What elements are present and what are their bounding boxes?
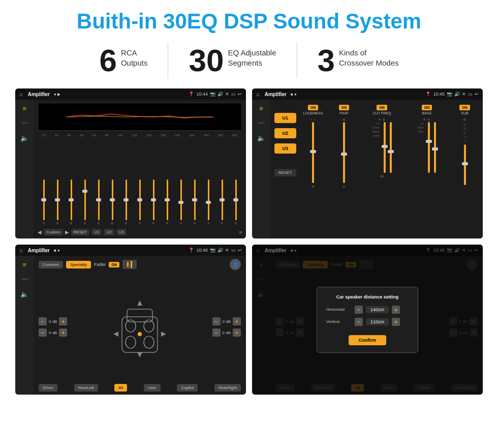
xo-u3-btn[interactable]: U3 <box>274 143 296 154</box>
fader-db-row-2: − 0 dB + <box>39 328 67 337</box>
car-svg <box>109 291 170 363</box>
fader-time: 10:46 <box>196 248 208 253</box>
eq-filter-icon[interactable]: ≡ <box>22 105 26 112</box>
fader-db2-minus[interactable]: − <box>39 328 47 337</box>
eq-speaker-icon[interactable]: 🔈 <box>20 134 28 142</box>
eq-slider-3: 0 <box>65 180 77 225</box>
xo-cutfreq-sublabels: F G <box>379 118 385 121</box>
fader-rearright-btn[interactable]: RearRight <box>214 384 241 392</box>
camera-icon: 📷 <box>210 92 215 97</box>
dialog-vertical-minus[interactable]: − <box>355 318 363 326</box>
fader-db1-minus[interactable]: − <box>39 317 47 325</box>
dialog-vertical-row: Vertical − 110cm + <box>326 318 409 326</box>
fader-db4-minus[interactable]: − <box>212 328 221 337</box>
xo-loudness-labels: ~ ~ <box>310 118 316 121</box>
xo-filter-icon[interactable]: ≡ <box>259 105 263 112</box>
fader-app-title: Amplifier <box>28 248 50 253</box>
fader-db4-value: 0 dB <box>223 331 231 335</box>
xo-sub-label: SUB <box>461 111 468 115</box>
page-title: Buith-in 30EQ DSP Sound System <box>15 9 483 34</box>
eq-u1-btn[interactable]: U1 <box>91 229 102 235</box>
xo-bass-thumb1[interactable] <box>426 140 432 143</box>
xo-sub-thumb[interactable] <box>462 162 468 165</box>
svg-marker-14 <box>113 332 118 337</box>
stat-rca: 6 RCAOutputs <box>79 45 168 76</box>
dialog-horizontal-plus[interactable]: + <box>392 306 400 314</box>
xo-cutfreq-on[interactable]: ON <box>377 105 387 110</box>
fader-on-btn[interactable]: ON <box>109 262 119 267</box>
xo-sub-on[interactable]: ON <box>459 105 470 110</box>
fader-camera-icon: 📷 <box>210 248 215 253</box>
svg-marker-12 <box>137 301 142 306</box>
eq-expand-arrow[interactable]: » <box>239 229 242 235</box>
xo-minimize-icon: ▭ <box>468 92 473 97</box>
fader-specialty-tab[interactable]: Specialty <box>66 261 90 268</box>
dialog-vertical-plus[interactable]: + <box>392 318 400 326</box>
fader-db3-plus[interactable]: + <box>233 317 241 325</box>
fader-minimize-icon: ▭ <box>231 248 236 253</box>
xo-u1-btn[interactable]: U1 <box>274 113 296 123</box>
eq-u3-btn[interactable]: U3 <box>116 229 127 235</box>
fader-all-btn[interactable]: All <box>114 384 127 392</box>
xo-loudness-on[interactable]: ON <box>308 105 319 110</box>
xo-cutfreq-thumb1[interactable] <box>382 145 388 148</box>
stats-row: 6 RCAOutputs 30 EQ AdjustableSegments 3 … <box>15 43 483 78</box>
fader-home-icon: ⌂ <box>19 247 23 253</box>
xo-phat-on[interactable]: ON <box>339 105 350 110</box>
eq-u2-btn[interactable]: U2 <box>104 229 114 235</box>
xo-speaker-icon[interactable]: 🔈 <box>257 134 265 142</box>
confirm-button[interactable]: Confirm <box>349 335 387 345</box>
fader-db2-plus[interactable]: + <box>59 328 67 337</box>
fader-db-row-1: − 0 dB + <box>39 317 67 325</box>
fader-top-row: Common Specialty Fader ON 👤 <box>39 259 241 270</box>
eq-next-arrow[interactable]: ▶ <box>65 229 69 235</box>
fader-speaker-icon[interactable]: 🔈 <box>20 290 28 298</box>
xo-main-content: U1 U2 U3 RESET ON LOUDNESS ~ ~ <box>270 100 483 238</box>
fader-db3-value: 0 dB <box>223 319 231 324</box>
xo-status-right: 📍 10:45 📷 🔊 ✕ ▭ ↩ <box>425 92 479 97</box>
eq-preset-custom: Custom <box>44 229 63 235</box>
fader-rearleft-btn[interactable]: RearLeft <box>74 384 98 392</box>
fader-db1-plus[interactable]: + <box>59 317 67 325</box>
avatar-icon[interactable]: 👤 <box>230 259 241 270</box>
xo-loudness-track <box>312 122 314 183</box>
xo-reset-btn[interactable]: RESET <box>274 169 296 176</box>
fader-copilot-btn[interactable]: Copilot <box>177 384 198 392</box>
crossover-screen: ⌂ Amplifier ■ ● 📍 10:45 📷 🔊 ✕ ▭ ↩ ≡ 〰 🔈 <box>252 88 483 238</box>
dialog-horizontal-minus[interactable]: − <box>355 306 363 314</box>
xo-u2-btn[interactable]: U2 <box>274 128 296 138</box>
eq-slider-13: -1 <box>202 180 214 225</box>
xo-cutfreq-tracks: 3.0 100Hz 80kHz 60Hz <box>372 122 391 173</box>
xo-bass-thumb2[interactable] <box>432 147 438 151</box>
eq-graph-svg <box>38 103 241 130</box>
xo-phat-thumb[interactable] <box>341 153 347 156</box>
xo-cutfreq-thumb2[interactable] <box>388 150 394 153</box>
fader-volume-icon: 🔊 <box>217 248 223 253</box>
fader-wave-icon[interactable]: 〰 <box>21 276 28 283</box>
eq-slider-8: 0 <box>134 180 146 225</box>
eq-wave-icon[interactable]: 〰 <box>21 120 28 127</box>
fader-filter-icon[interactable]: ≡ <box>22 261 26 268</box>
fader-db4-plus[interactable]: + <box>233 328 241 337</box>
xo-loudness-thumb[interactable] <box>310 150 316 153</box>
eq-slider-12: 0 <box>189 180 201 225</box>
dialog-vertical-label: Vertical <box>326 319 352 324</box>
fader-common-tab[interactable]: Common <box>39 261 63 268</box>
fader-db2-value: 0 dB <box>49 331 57 335</box>
xo-side-icons: ≡ 〰 🔈 <box>252 100 270 238</box>
fader-slider-mini <box>122 260 137 269</box>
fader-driver-btn[interactable]: Driver <box>39 384 57 392</box>
xo-phat-sublabel: G <box>343 118 346 121</box>
xo-phat-value: 0 <box>343 185 345 188</box>
xo-bass-on[interactable]: ON <box>422 105 432 110</box>
eq-slider-5: 0 <box>92 180 105 225</box>
fader-user-btn[interactable]: User <box>144 384 161 392</box>
eq-status-dots: ● ▶ <box>54 92 60 97</box>
fader-db3-minus[interactable]: − <box>212 317 221 325</box>
fader-location-icon: 📍 <box>189 248 194 253</box>
eq-reset-btn[interactable]: RESET <box>71 229 90 235</box>
eq-prev-arrow[interactable]: ◀ <box>38 229 42 235</box>
fader-bottom-btns: Driver RearLeft All User Copilot RearRig… <box>39 384 241 392</box>
xo-wave-icon[interactable]: 〰 <box>258 120 265 127</box>
car-diagram <box>70 291 209 363</box>
